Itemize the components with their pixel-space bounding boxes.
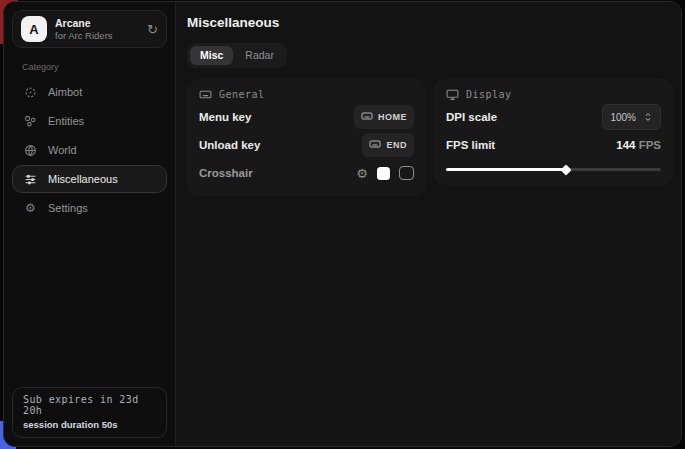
display-card-header: Display (446, 88, 661, 101)
app-name: Arcane (55, 17, 139, 30)
menu-key-row: Menu key HOME (199, 105, 414, 129)
crosshair-row: Crosshair ⚙ (199, 161, 414, 185)
monitor-icon (446, 88, 459, 101)
crosshair-enable-checkbox[interactable] (399, 166, 414, 180)
general-card: General Menu key HOME Unload key (187, 79, 426, 196)
app-subtitle: for Arc Riders (55, 30, 139, 42)
sidebar-item-label: Aimbot (48, 86, 82, 98)
sidebar-item-settings[interactable]: ⚙ Settings (12, 194, 167, 222)
sidebar-item-entities[interactable]: Entities (12, 107, 167, 135)
app-window: A Arcane for Arc Riders ↻ Category Aimbo… (3, 1, 682, 447)
fps-limit-slider[interactable] (446, 164, 661, 174)
fps-limit-row: FPS limit 144 FPS (446, 133, 661, 157)
sidebar-item-label: World (48, 144, 77, 156)
unload-key-value: END (386, 140, 407, 150)
sidebar-item-miscellaneous[interactable]: Miscellaneous (12, 165, 167, 193)
sliders-icon (23, 173, 38, 186)
aimbot-icon (23, 86, 38, 99)
main-content: Miscellaneous Misc Radar General Menu ke… (176, 2, 682, 446)
avatar: A (21, 16, 47, 42)
fps-limit-label: FPS limit (446, 139, 495, 151)
fps-limit-value: 144 FPS (616, 139, 661, 151)
session-duration-text: session duration 50s (23, 419, 156, 430)
dpi-scale-label: DPI scale (446, 111, 497, 123)
entities-icon (23, 115, 38, 128)
sidebar-item-aimbot[interactable]: Aimbot (12, 78, 167, 106)
dpi-scale-row: DPI scale 100% (446, 105, 661, 129)
tab-radar[interactable]: Radar (235, 46, 284, 65)
category-label: Category (22, 62, 157, 72)
unload-keybind-button[interactable]: END (362, 133, 414, 157)
chevrons-up-down-icon (643, 108, 653, 126)
sidebar: A Arcane for Arc Riders ↻ Category Aimbo… (4, 2, 176, 446)
general-card-header: General (199, 88, 414, 101)
profile-text: Arcane for Arc Riders (55, 17, 139, 42)
sub-expiry-text: Sub expires in 23d 20h (23, 394, 156, 416)
subscription-info-box: Sub expires in 23d 20h session duration … (12, 387, 167, 438)
sidebar-item-world[interactable]: World (12, 136, 167, 164)
fps-unit: FPS (635, 139, 661, 151)
keyboard-icon (369, 136, 381, 154)
sidebar-profile-card[interactable]: A Arcane for Arc Riders ↻ (12, 10, 167, 48)
globe-icon (23, 144, 38, 157)
crosshair-color-swatch[interactable] (377, 167, 390, 180)
general-card-title: General (219, 89, 265, 100)
gear-icon: ⚙ (23, 201, 38, 215)
sidebar-item-label: Miscellaneous (48, 173, 118, 185)
tab-misc[interactable]: Misc (190, 46, 233, 65)
unload-key-row: Unload key END (199, 133, 414, 157)
unload-key-label: Unload key (199, 139, 260, 151)
fps-slider-fill (446, 168, 566, 171)
sidebar-item-label: Entities (48, 115, 84, 127)
sync-icon[interactable]: ↻ (147, 23, 158, 36)
fps-slider-thumb[interactable] (561, 164, 572, 175)
keyboard-icon (199, 88, 212, 101)
menu-key-label: Menu key (199, 111, 251, 123)
cards-row: General Menu key HOME Unload key (187, 79, 673, 196)
tab-bar: Misc Radar (187, 43, 287, 68)
crosshair-label: Crosshair (199, 167, 253, 179)
crosshair-controls: ⚙ (356, 166, 414, 180)
display-card-title: Display (466, 89, 512, 100)
dpi-scale-select[interactable]: 100% (602, 104, 661, 130)
crosshair-settings-gear-icon[interactable]: ⚙ (356, 167, 368, 180)
keyboard-icon (361, 108, 373, 126)
display-card: Display DPI scale 100% FPS limit 144 FPS (434, 79, 673, 185)
page-title: Miscellaneous (187, 15, 673, 30)
menu-key-value: HOME (378, 112, 407, 122)
sidebar-item-label: Settings (48, 202, 88, 214)
menu-keybind-button[interactable]: HOME (354, 105, 414, 129)
dpi-scale-value: 100% (610, 112, 636, 123)
